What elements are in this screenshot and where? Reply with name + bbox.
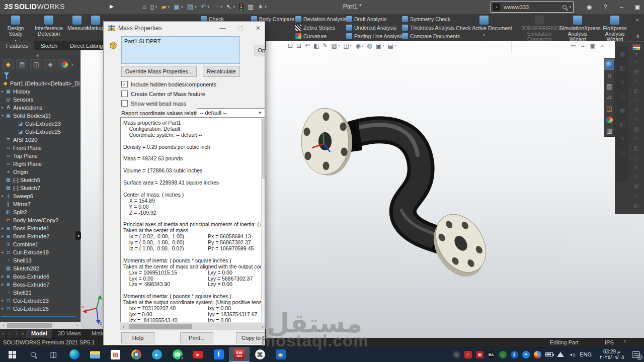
view-settings-icon[interactable]: ▤▾ xyxy=(388,42,396,49)
print-icon[interactable]: ▤▾ xyxy=(186,2,198,13)
battery-icon[interactable] xyxy=(545,350,553,358)
ribbon-tool-zebra-stripes[interactable]: Zebra Stripes xyxy=(295,25,335,31)
search-button[interactable] xyxy=(23,347,43,362)
rollback-bar[interactable] xyxy=(1,316,76,317)
3dexperience-tab[interactable] xyxy=(604,59,614,70)
override-mass-properties-button[interactable]: Override Mass Properties... xyxy=(121,66,197,77)
checkbox-show-weld-bead-mass[interactable]: Show weld bead mass xyxy=(121,100,186,107)
tree-item-top-plane[interactable]: ▱Top Plane xyxy=(0,152,79,160)
ribbon-tool-interference-detection[interactable]: Interference Detection xyxy=(30,14,67,37)
display-style-icon[interactable]: ◫▾ xyxy=(343,42,352,49)
edit-appearance-icon[interactable]: ◍ xyxy=(367,42,372,49)
tree-item-sketch7[interactable]: ▦(-) Sketch7 xyxy=(0,184,79,192)
taskbar-clock[interactable]: 03:29 م٢٠٢٥/٠٩/٠٥ xyxy=(595,349,628,360)
edge-icon[interactable] xyxy=(64,347,85,362)
open-icon[interactable]: ▰▾ xyxy=(160,2,172,13)
expand-right-icon[interactable]: ▸ xyxy=(0,283,5,287)
ribbon-tool-undercut-analysis[interactable]: Undercut Analysis xyxy=(346,25,396,31)
tree-item-boss-extrude7[interactable]: ▸◙Boss-Extrude7 xyxy=(0,281,79,289)
tab-nav-icon[interactable]: ‹ xyxy=(7,329,13,338)
tree-item-cut-extrude25[interactable]: ◪Cut-Extrude25 xyxy=(0,128,79,136)
appearances-tab[interactable] xyxy=(604,114,614,125)
tree-item-boss-extrude6[interactable]: ▸◙Boss-Extrude6 xyxy=(0,273,79,281)
tree-item-cut-extrude19[interactable]: ▸◘Cut-Extrude19 xyxy=(0,248,79,256)
units-selector[interactable]: IPS xyxy=(605,339,614,345)
search-dropdown-icon[interactable]: ▾ xyxy=(569,5,571,9)
tree-item-origin[interactable]: ⌖Origin xyxy=(0,168,79,176)
solidworks-icon[interactable]: SW2021 xyxy=(229,347,250,362)
propertymanager-tab[interactable]: ▤ xyxy=(16,59,28,69)
notification-center-icon[interactable]: 19 xyxy=(632,351,640,358)
idm-icon[interactable]: ↓ xyxy=(499,350,507,358)
home-icon[interactable]: ⌂ xyxy=(141,2,148,13)
dialog-close-icon[interactable]: ✕ xyxy=(256,25,261,32)
tab-nav-icon[interactable]: » xyxy=(20,329,26,338)
tree-item-sensors[interactable]: ◎Sensors xyxy=(0,96,79,104)
checkbox-include-hidden-bodies-components[interactable]: ✓Include hidden bodies/components xyxy=(121,81,216,87)
expand-right-icon[interactable]: ▸ xyxy=(0,106,5,110)
bluetooth-icon[interactable]: ᛒ xyxy=(510,350,518,358)
whatsapp-icon[interactable]: ☎0 xyxy=(167,347,188,362)
results-vertical-scrollbar[interactable] xyxy=(261,118,265,322)
featuremanager-tab[interactable]: ◆ xyxy=(2,59,14,69)
ribbon-collapse-icon[interactable]: ∧ xyxy=(636,33,639,39)
doc-close-icon[interactable]: × xyxy=(601,43,604,49)
tree-item-aisi-1020[interactable]: ≣AISI 1020 xyxy=(0,136,79,144)
security-app-icon[interactable]: ◉ xyxy=(270,347,291,362)
ribbon-tool-draft-analysis[interactable]: Draft Analysis xyxy=(346,16,386,22)
expand-right-icon[interactable]: ▸ xyxy=(0,307,5,311)
home-tab[interactable]: ⌂ xyxy=(604,70,614,81)
rebuild-icon[interactable] xyxy=(237,2,245,13)
manager-tabs-expand-icon[interactable]: › xyxy=(71,61,73,67)
tree-item-body-move-copy2[interactable]: ⇄Body-Move/Copy2 xyxy=(0,216,79,224)
tree-item-annotations[interactable]: ▸AAnnotations xyxy=(0,104,79,112)
scroll-left-icon[interactable]: ‹ xyxy=(0,322,7,329)
tree-item-part1-default-default-disp[interactable]: ◆Part1 (Default<<Default>_Disp xyxy=(0,79,79,87)
ba-app-icon[interactable]: BA xyxy=(487,350,495,358)
part-3d-model[interactable] xyxy=(272,96,513,287)
youtube-icon[interactable]: ▶ xyxy=(188,347,208,362)
tree-item-shell13[interactable]: ◔Shell13 xyxy=(0,256,79,264)
configurationmanager-tab[interactable]: ◫ xyxy=(30,59,42,69)
view-tab-3d-views[interactable]: 3D Views xyxy=(53,329,87,338)
tree-item-cut-extrude23[interactable]: ▸◘Cut-Extrude23 xyxy=(0,297,79,305)
start-button[interactable] xyxy=(2,347,23,362)
select-icon[interactable]: ↖▾ xyxy=(225,2,236,13)
appearance-tool-icon[interactable] xyxy=(632,44,640,50)
coordinate-system-dropdown[interactable]: -- default --▼ xyxy=(197,108,265,118)
panel-splitter-handle[interactable]: ◂ xyxy=(75,231,81,240)
tree-item-boss-extrude2[interactable]: ▸◙Boss-Extrude2 xyxy=(0,232,79,240)
checkbox-box[interactable] xyxy=(121,90,128,97)
volume-icon[interactable]: ◄)) xyxy=(568,350,576,358)
menu-expand-icon[interactable]: ▶ xyxy=(110,4,114,9)
design-library-tab[interactable]: ▤ xyxy=(604,81,614,92)
tree-item-shell21[interactable]: ◔Shell21 xyxy=(0,289,79,297)
dialog-title-bar[interactable]: Mass Properties — ▢ ✕ xyxy=(104,22,265,35)
doc-restore-icon[interactable]: ▣ xyxy=(590,43,595,49)
new-document-icon[interactable]: ▯▾ xyxy=(149,2,159,13)
tree-item-history[interactable]: ▸▣History xyxy=(0,87,79,96)
copy-to-clipboard-button[interactable]: Copy to Clipboard xyxy=(236,332,265,343)
doc-minimize-icon[interactable]: – xyxy=(581,43,584,49)
ribbon-tool-curvature[interactable]: Curvature xyxy=(295,33,327,39)
tree-item-sketch282[interactable]: ▦Sketch282 xyxy=(0,264,79,273)
previous-view-icon[interactable]: ↶ xyxy=(305,42,310,49)
help-icon[interactable]: ? xyxy=(601,4,610,11)
tree-item-sweep6[interactable]: ▸∮Sweep6 xyxy=(0,192,79,200)
tree-item-boss-extrude1[interactable]: ▸◙Boss-Extrude1 xyxy=(0,224,79,232)
tab-features[interactable]: Features xyxy=(0,41,34,50)
dropdown-caret-icon[interactable]: ▾ xyxy=(635,52,637,56)
file-explorer-icon[interactable] xyxy=(85,347,105,362)
language-indicator[interactable]: ENG xyxy=(580,351,592,357)
dimxpertmanager-tab[interactable]: ◈ xyxy=(44,59,56,69)
doc-frame-icon[interactable]: ▭ xyxy=(571,43,576,49)
scrollbar-thumb[interactable] xyxy=(7,323,52,328)
ribbon-tool-design-study[interactable]: Design Study▾ xyxy=(1,14,30,43)
checkbox-create-center-of-mass-feature[interactable]: Create Center of Mass feature xyxy=(121,90,205,97)
expand-right-icon[interactable]: ▸ xyxy=(0,194,5,198)
results-horizontal-scrollbar[interactable]: ‹ › xyxy=(120,323,265,330)
view-orientation-icon[interactable]: ▧▾ xyxy=(332,42,340,49)
ribbon-overflow-icon[interactable]: » xyxy=(636,17,639,23)
print-button[interactable]: Print... xyxy=(180,332,213,343)
undo-icon[interactable]: ↶▾ xyxy=(199,2,211,13)
